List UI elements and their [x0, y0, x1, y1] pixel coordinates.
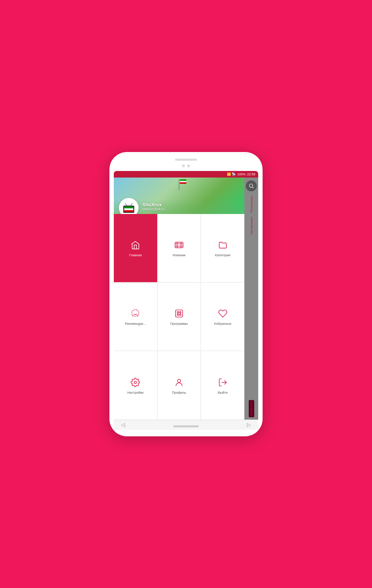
nav-item-profile[interactable]: Профиль — [158, 351, 201, 419]
profile-email: shoxru1@bk.ru — [142, 207, 164, 211]
svg-point-22 — [178, 379, 181, 382]
home-icon — [131, 240, 140, 251]
phone-frame: 📶 📡 100% 22:58 — [109, 152, 263, 436]
svg-line-25 — [252, 187, 253, 188]
nav-label-logout: Выйти — [218, 391, 228, 394]
phone-speaker — [175, 159, 197, 161]
nav-label-recommended: Рекомендуе... — [125, 322, 146, 326]
profile-info: ShoXrux shoxru1@bk.ru — [142, 202, 164, 211]
sidebar-authorization[interactable]: Авторизация — [249, 215, 254, 236]
tv-icon — [123, 203, 135, 213]
svg-rect-16 — [175, 310, 183, 318]
flag — [180, 179, 186, 184]
profile-name: ShoXrux — [142, 202, 164, 207]
flag-stripe-red — [180, 182, 186, 184]
svg-line-5 — [125, 203, 127, 206]
recommend-icon — [131, 309, 140, 320]
status-icons: 📶 📡 — [227, 172, 236, 176]
nav-label-profile: Профиль — [172, 391, 186, 394]
nav-item-programs[interactable]: Программы — [158, 283, 201, 351]
screen-content: ShoXrux shoxru1@bk.ru Гла — [114, 178, 258, 420]
nav-item-new[interactable]: Новинки — [158, 214, 201, 282]
bottom-bar: ◁ ▷ — [114, 420, 258, 430]
phone-screen: 📶 📡 100% 22:58 — [114, 171, 258, 430]
svg-rect-4 — [124, 210, 133, 212]
battery-level: 100% — [237, 172, 245, 176]
home-bar[interactable] — [173, 425, 199, 427]
settings-icon — [131, 378, 140, 389]
phone-camera — [182, 164, 185, 167]
flag-pole — [179, 179, 179, 190]
svg-rect-3 — [124, 208, 133, 210]
right-sidebar: Регистрация Авторизация НОВОСТИ — [244, 178, 258, 420]
svg-point-20 — [179, 314, 181, 316]
svg-point-21 — [134, 381, 137, 384]
nav-item-home[interactable]: Главная — [114, 214, 157, 282]
film-icon — [174, 240, 184, 251]
heart-icon — [218, 309, 228, 320]
profile-header: ShoXrux shoxru1@bk.ru — [114, 178, 244, 214]
nav-grid: Главная Новинк — [114, 214, 244, 420]
search-button[interactable] — [246, 180, 257, 191]
svg-point-17 — [177, 312, 179, 313]
main-panel: ShoXrux shoxru1@bk.ru Гла — [114, 178, 244, 420]
status-time: 22:58 — [247, 172, 255, 176]
svg-rect-9 — [175, 242, 183, 248]
svg-point-24 — [249, 184, 253, 187]
nav-label-new: Новинки — [173, 253, 185, 257]
nav-item-favorites[interactable]: Избранные — [201, 283, 244, 351]
phone-camera-2 — [187, 164, 190, 167]
back-button[interactable]: ◁ — [121, 422, 125, 428]
nav-item-logout[interactable]: Выйти — [201, 351, 244, 419]
nav-label-home: Главная — [129, 253, 142, 257]
svg-line-6 — [131, 203, 132, 206]
nav-item-settings[interactable]: Настройки — [114, 351, 157, 419]
recent-button[interactable]: ▷ — [247, 422, 251, 428]
programs-icon — [174, 309, 184, 320]
nav-label-categories: Категории — [215, 253, 230, 257]
svg-rect-2 — [124, 206, 133, 208]
nav-label-favorites: Избранные — [214, 322, 231, 326]
svg-point-19 — [177, 314, 179, 316]
logout-icon — [218, 378, 228, 389]
sidebar-bottom-news[interactable]: НОВОСТИ — [249, 400, 254, 417]
status-bar: 📶 📡 100% 22:58 — [114, 171, 258, 178]
profile-icon — [174, 378, 184, 389]
folder-icon — [218, 240, 228, 251]
nav-label-programs: Программы — [170, 322, 188, 326]
nav-item-categories[interactable]: Категории — [201, 214, 244, 282]
nav-label-settings: Настройки — [127, 391, 143, 394]
phone-camera-row — [182, 164, 190, 167]
svg-point-18 — [179, 312, 181, 313]
nav-item-recommended[interactable]: Рекомендуе... — [114, 283, 157, 351]
sidebar-registration[interactable]: Регистрация — [249, 194, 254, 214]
